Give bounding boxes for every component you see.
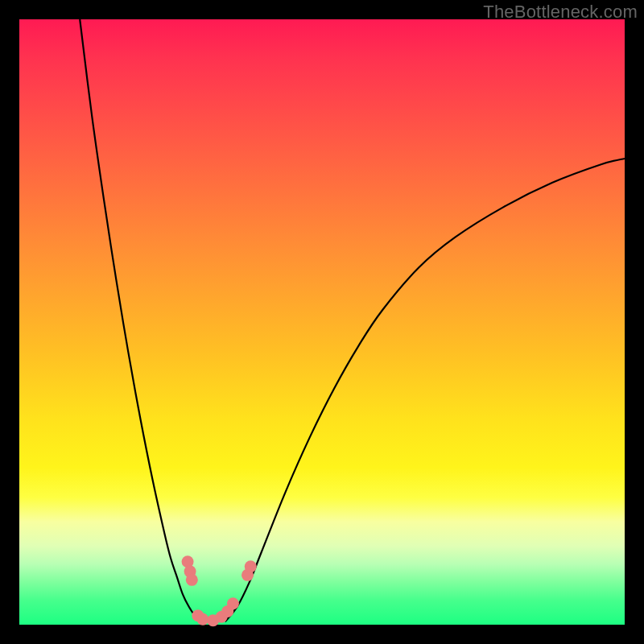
chart-frame: TheBottleneck.com xyxy=(0,0,644,644)
marker-right-detached-upper xyxy=(245,560,257,572)
marker-left-vertical-bottom xyxy=(186,574,198,586)
chart-svg xyxy=(19,19,625,625)
right-branch-curve xyxy=(225,159,625,621)
marker-right-low xyxy=(227,597,239,609)
left-branch-curve xyxy=(80,19,200,621)
marker-trough-left-b xyxy=(196,613,208,625)
